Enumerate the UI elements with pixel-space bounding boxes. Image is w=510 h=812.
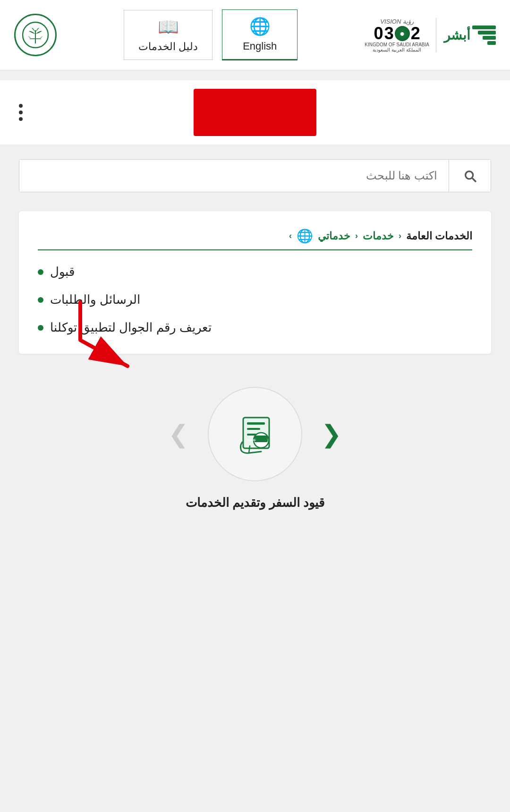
menu-bar — [0, 80, 510, 145]
menu-list: قبول الرسائل والطلبات تعريف رقم الجوال ل… — [38, 265, 472, 335]
header-left — [14, 14, 57, 56]
vision-year: 2 ● 3 0 — [374, 25, 420, 42]
search-input[interactable] — [19, 160, 449, 192]
svg-rect-10 — [255, 436, 268, 442]
menu-list-container: قبول الرسائل والطلبات تعريف رقم الجوال ل… — [38, 265, 472, 335]
breadcrumb-link-khadamati[interactable]: خدماتي — [318, 230, 350, 242]
carousel-next-button[interactable]: ❯ — [149, 410, 208, 458]
ministry-logo — [14, 14, 57, 56]
carousel-prev-button[interactable]: ❮ — [302, 410, 361, 458]
breadcrumb-sep-2: ‹ — [399, 231, 401, 241]
breadcrumb-chevron: › — [289, 231, 292, 241]
vision-circle-zero: ● — [395, 26, 410, 41]
breadcrumb-globe-icon: 🌐 — [297, 228, 313, 244]
search-box — [19, 159, 491, 192]
search-icon — [462, 168, 477, 183]
absher-bar-4 — [487, 41, 496, 45]
services-guide-button[interactable]: 📖 دليل الخدمات — [124, 10, 212, 60]
services-guide-label: دليل الخدمات — [138, 41, 198, 53]
list-item-tawakkalna[interactable]: تعريف رقم الجوال لتطبيق توكلنا — [38, 320, 463, 335]
svg-rect-6 — [247, 428, 260, 430]
carousel-item[interactable]: ✓ تعاميم — [208, 387, 302, 481]
header-nav: 🌐 English 📖 دليل الخدمات — [57, 9, 365, 60]
ministry-logo-svg — [21, 21, 50, 49]
redacted-banner — [194, 89, 316, 136]
book-icon: 📖 — [158, 17, 179, 37]
list-item-acceptance-label: قبول — [50, 265, 75, 279]
list-item-messages-label: الرسائل والطلبات — [50, 292, 140, 307]
carousel-item-label: قيود السفر وتقديم الخدمات — [186, 496, 325, 510]
absher-bar-2 — [478, 31, 496, 34]
globe-icon-english: 🌐 — [249, 17, 271, 36]
carousel-row: ❮ ✓ تعاميم ❯ — [19, 387, 491, 481]
kingdom-text: KINGDOM OF SAUDI ARABIA — [365, 42, 429, 47]
breadcrumb-current: الخدمات العامة — [406, 230, 472, 242]
dot-2 — [19, 111, 23, 114]
english-label: English — [243, 40, 277, 52]
breadcrumb: › 🌐 خدماتي ‹ خدمات ‹ الخدمات العامة — [38, 228, 472, 250]
list-item-acceptance[interactable]: قبول — [38, 265, 463, 279]
bullet-messages — [38, 297, 43, 303]
absher-bar-3 — [483, 36, 496, 40]
breadcrumb-link-khadamat[interactable]: خدمات — [363, 230, 394, 242]
english-button[interactable]: 🌐 English — [222, 9, 298, 60]
bullet-acceptance — [38, 269, 43, 275]
dot-3 — [19, 117, 23, 121]
three-dots-menu[interactable] — [14, 99, 27, 126]
search-button[interactable] — [449, 160, 491, 192]
breadcrumb-card: › 🌐 خدماتي ‹ خدمات ‹ الخدمات العامة ق — [19, 211, 491, 354]
dot-1 — [19, 104, 23, 108]
page-header: أبشر رؤية VISION 2 ● 3 0 KINGDOM OF SAUD… — [0, 0, 510, 70]
absher-text: أبشر — [444, 27, 470, 43]
svg-text:تعاميم: تعاميم — [247, 437, 256, 442]
absher-bars — [472, 26, 496, 45]
header-right-logos: أبشر رؤية VISION 2 ● 3 0 KINGDOM OF SAUD… — [365, 18, 496, 52]
list-item-tawakkalna-label: تعريف رقم الجوال لتطبيق توكلنا — [50, 320, 212, 335]
search-section — [0, 145, 510, 206]
carousel-item-icon: ✓ تعاميم — [229, 408, 281, 460]
menu-bar-right — [14, 99, 194, 126]
absher-logo: أبشر — [444, 26, 496, 45]
card-section: › 🌐 خدماتي ‹ خدمات ‹ الخدمات العامة ق — [0, 206, 510, 368]
vision-logo: أبشر رؤية VISION 2 ● 3 0 KINGDOM OF SAUD… — [365, 18, 496, 52]
absher-bar-1 — [472, 26, 496, 29]
list-item-messages[interactable]: الرسائل والطلبات — [38, 292, 463, 307]
vision-2030-block: رؤية VISION 2 ● 3 0 KINGDOM OF SAUDI ARA… — [365, 18, 436, 52]
svg-rect-5 — [247, 422, 265, 425]
bullet-tawakkalna — [38, 325, 43, 331]
carousel-section: ❮ ✓ تعاميم ❯ قيود ال — [0, 368, 510, 520]
kingdom-text-ar: المملكة العربية السعودية — [373, 47, 421, 52]
breadcrumb-sep-1: ‹ — [355, 231, 358, 241]
